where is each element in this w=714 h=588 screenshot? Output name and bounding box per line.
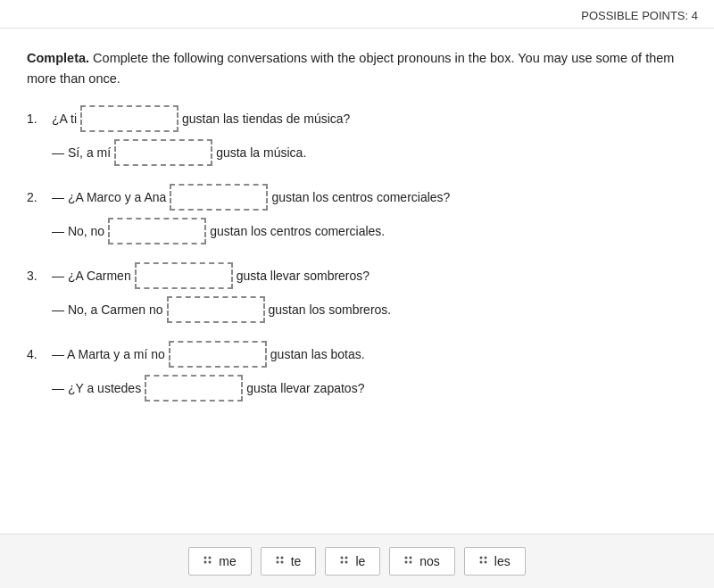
blank-q3-2[interactable]: [167, 296, 265, 323]
q2-l2-suffix: gustan los centros comerciales.: [210, 224, 385, 238]
answer-tile-te[interactable]: te: [261, 547, 317, 576]
q4-l1-suffix: gustan las botas.: [270, 347, 365, 361]
question-1-line-2: — Sí, a mí gusta la música.: [27, 139, 687, 166]
svg-point-10: [341, 561, 344, 564]
q1-l2-prefix: — Sí, a mí: [52, 145, 111, 160]
svg-point-2: [204, 561, 207, 564]
svg-point-19: [484, 561, 486, 564]
q1-l2-suffix: gusta la música.: [216, 145, 306, 160]
dots-icon-le: [340, 554, 350, 568]
svg-point-11: [345, 561, 348, 564]
question-1-line-1: 1. ¿A ti gustan las tiendas de música?: [27, 105, 687, 132]
blank-q2-1[interactable]: [170, 184, 268, 211]
svg-point-3: [209, 561, 212, 564]
svg-point-6: [276, 561, 278, 564]
q4-l1-prefix: — A Marta y a mí no: [52, 347, 165, 361]
question-4-line-1: 4. — A Marta y a mí no gustan las botas.: [27, 341, 687, 368]
q3-l1-prefix: — ¿A Carmen: [52, 269, 131, 283]
q2-l2-prefix: — No, no: [52, 224, 104, 238]
questions-container: 1. ¿A ti gustan las tiendas de música? —…: [27, 105, 687, 402]
blank-q1-2[interactable]: [114, 139, 212, 166]
question-3-number: 3.: [27, 269, 52, 283]
svg-point-12: [405, 557, 408, 559]
question-2-number: 2.: [27, 190, 52, 204]
question-2-line-1: 2. — ¿A Marco y a Ana gustan los centros…: [27, 184, 687, 211]
question-2-line-2: — No, no gustan los centros comerciales.: [27, 218, 687, 244]
question-1-number: 1.: [27, 112, 52, 126]
blank-q4-1[interactable]: [169, 341, 267, 368]
question-4-number: 4.: [27, 347, 52, 361]
main-content: Completa. Complete the following convers…: [0, 29, 714, 432]
svg-point-16: [479, 557, 482, 559]
answer-tile-le-label: le: [355, 554, 365, 568]
q2-l1-suffix: gustan los centros comerciales?: [271, 190, 450, 204]
svg-point-5: [280, 557, 283, 559]
svg-point-9: [345, 557, 348, 559]
answer-tile-te-label: te: [291, 554, 302, 568]
svg-point-4: [276, 557, 278, 559]
q3-l2-prefix: — No, a Carmen no: [52, 302, 163, 317]
blank-q3-1[interactable]: [135, 262, 233, 289]
question-3-line-2: — No, a Carmen no gustan los sombreros.: [27, 296, 687, 323]
question-group-2: 2. — ¿A Marco y a Ana gustan los centros…: [27, 184, 687, 244]
dots-icon-les: [479, 554, 489, 568]
answer-tile-me[interactable]: me: [188, 547, 251, 576]
svg-point-7: [280, 561, 283, 564]
question-group-4: 4. — A Marta y a mí no gustan las botas.…: [27, 341, 687, 402]
q4-l2-suffix: gusta llevar zapatos?: [246, 381, 364, 395]
svg-point-8: [341, 557, 344, 559]
dots-icon-te: [276, 554, 286, 568]
instructions-text: Complete the following conversations wit…: [27, 51, 674, 86]
svg-point-13: [410, 557, 412, 559]
svg-point-0: [204, 557, 207, 559]
q3-l2-suffix: gustan los sombreros.: [269, 302, 392, 317]
blank-q4-2[interactable]: [145, 375, 243, 402]
q4-l2-prefix: — ¿Y a ustedes: [52, 381, 141, 395]
answer-tile-nos[interactable]: nos: [389, 547, 455, 576]
svg-point-14: [405, 561, 408, 564]
svg-point-17: [484, 557, 486, 559]
svg-point-15: [410, 561, 412, 564]
q1-l1-prefix: ¿A ti: [52, 112, 77, 126]
question-group-3: 3. — ¿A Carmen gusta llevar sombreros? —…: [27, 262, 687, 323]
question-3-line-1: 3. — ¿A Carmen gusta llevar sombreros?: [27, 262, 687, 289]
question-4-line-2: — ¿Y a ustedes gusta llevar zapatos?: [27, 375, 687, 402]
header: POSSIBLE POINTS: 4: [0, 0, 714, 29]
q3-l1-suffix: gusta llevar sombreros?: [237, 269, 369, 283]
possible-points-label: POSSIBLE POINTS: 4: [581, 9, 698, 22]
answer-tile-les[interactable]: les: [464, 547, 526, 576]
instructions: Completa. Complete the following convers…: [27, 48, 687, 89]
answer-tile-nos-label: nos: [419, 554, 440, 568]
answer-tile-les-label: les: [494, 554, 511, 568]
answer-tile-le[interactable]: le: [325, 547, 380, 576]
svg-point-18: [479, 561, 482, 564]
q2-l1-prefix: — ¿A Marco y a Ana: [52, 190, 166, 204]
question-group-1: 1. ¿A ti gustan las tiendas de música? —…: [27, 105, 687, 166]
dots-icon-me: [203, 554, 213, 568]
instructions-bold: Completa.: [27, 51, 89, 65]
answer-tile-me-label: me: [219, 554, 236, 568]
answer-tiles-area: me te le: [0, 534, 714, 588]
dots-icon-nos: [404, 554, 414, 568]
blank-q1-1[interactable]: [80, 105, 178, 132]
svg-point-1: [209, 557, 212, 559]
q1-l1-suffix: gustan las tiendas de música?: [182, 112, 350, 126]
blank-q2-2[interactable]: [108, 218, 206, 244]
